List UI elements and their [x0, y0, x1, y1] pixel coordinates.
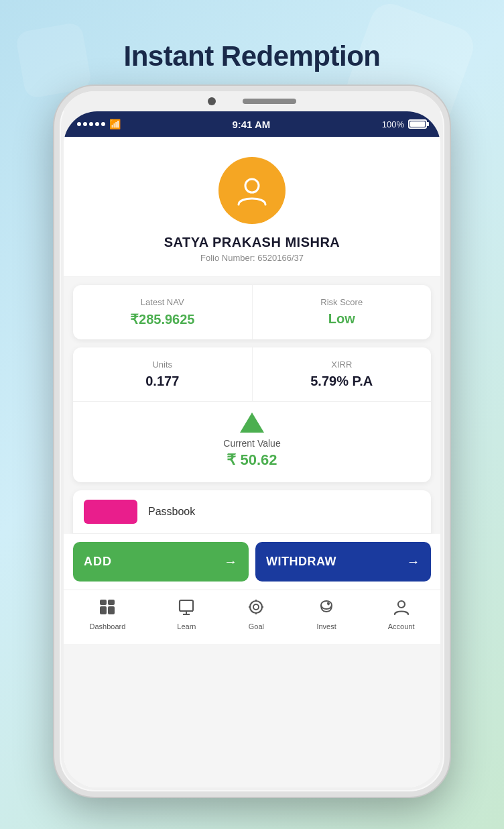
status-bar: 📶 9:41 AM 100% [64, 111, 440, 137]
add-arrow-icon: → [224, 554, 238, 569]
xirr-cell: XIRR 5.79% P.A [253, 347, 432, 401]
units-xirr-row: Units 0.177 XIRR 5.79% P.A [73, 347, 431, 402]
units-xirr-card: Units 0.177 XIRR 5.79% P.A Current Value… [73, 347, 431, 482]
withdraw-button[interactable]: WITHDRAW → [255, 542, 431, 582]
account-label: Account [388, 622, 415, 630]
risk-score-value: Low [328, 311, 355, 327]
action-buttons: ADD → WITHDRAW → [64, 534, 440, 590]
units-label: Units [152, 360, 172, 370]
nav-item-goal[interactable]: Goal [239, 596, 273, 633]
nav-item-learn[interactable]: Learn [169, 596, 204, 633]
svg-rect-5 [180, 600, 193, 611]
learn-icon [178, 598, 195, 620]
volume-down-button [54, 272, 57, 306]
svg-rect-2 [108, 600, 115, 605]
volume-up-button [54, 225, 57, 259]
current-value-label: Current Value [223, 438, 280, 449]
dashboard-icon [99, 598, 116, 620]
status-right: 100% [382, 119, 427, 129]
passbook-badge [84, 500, 137, 524]
profile-name: SATYA PRAKASH MISHRA [164, 235, 340, 250]
dashboard-label: Dashboard [89, 622, 125, 630]
units-cell: Units 0.177 [73, 347, 253, 401]
page-title: Instant Redemption [123, 40, 380, 72]
user-icon [235, 174, 269, 207]
latest-nav-label: Latest NAV [141, 297, 184, 307]
trend-up-icon [240, 412, 264, 433]
invest-label: Invest [316, 622, 336, 630]
goal-label: Goal [249, 622, 264, 630]
risk-score-label: Risk Score [320, 297, 363, 307]
avatar [218, 157, 286, 224]
withdraw-arrow-icon: → [407, 554, 421, 569]
current-value-section: Current Value ₹ 50.62 [73, 402, 431, 482]
status-left: 📶 [77, 119, 121, 129]
risk-score-cell: Risk Score Low [253, 285, 432, 339]
speaker-icon [243, 99, 296, 104]
battery-icon [408, 119, 427, 129]
camera-icon [208, 97, 216, 105]
passbook-row[interactable]: Passbook [73, 490, 431, 534]
nav-risk-card: Latest NAV ₹285.9625 Risk Score Low [73, 285, 431, 339]
svg-point-15 [321, 601, 332, 609]
status-time: 9:41 AM [232, 119, 270, 130]
screen-content: SATYA PRAKASH MISHRA Folio Number: 65201… [64, 137, 440, 787]
phone-screen: 📶 9:41 AM 100% SATYA PRAKASH MI [64, 111, 440, 787]
goal-icon [247, 598, 265, 620]
svg-point-17 [398, 601, 405, 608]
latest-nav-cell: Latest NAV ₹285.9625 [73, 285, 253, 339]
phone-top [60, 91, 444, 111]
passbook-label: Passbook [148, 506, 195, 518]
svg-point-9 [250, 601, 262, 613]
xirr-value: 5.79% P.A [310, 374, 373, 389]
current-value-amount: ₹ 50.62 [227, 451, 277, 469]
svg-point-10 [253, 604, 259, 610]
svg-rect-3 [100, 606, 107, 614]
learn-label: Learn [177, 622, 196, 630]
svg-point-0 [245, 179, 259, 192]
nav-risk-row: Latest NAV ₹285.9625 Risk Score Low [73, 285, 431, 339]
wifi-icon: 📶 [109, 119, 121, 129]
power-button [447, 245, 450, 299]
bottom-nav: Dashboard Learn [64, 590, 440, 644]
folio-number: Folio Number: 6520166/37 [200, 253, 304, 263]
nav-item-dashboard[interactable]: Dashboard [81, 596, 133, 633]
signal-bars [77, 122, 105, 126]
units-value: 0.177 [145, 374, 179, 389]
svg-rect-1 [100, 600, 107, 605]
battery-level: 100% [382, 119, 404, 129]
latest-nav-value: ₹285.9625 [130, 311, 194, 327]
invest-icon [318, 598, 335, 620]
nav-item-account[interactable]: Account [380, 596, 423, 633]
add-button[interactable]: ADD → [73, 542, 249, 582]
nav-item-invest[interactable]: Invest [308, 596, 344, 633]
xirr-label: XIRR [331, 360, 352, 370]
profile-section: SATYA PRAKASH MISHRA Folio Number: 65201… [64, 137, 440, 277]
phone-frame: 📶 9:41 AM 100% SATYA PRAKASH MI [54, 86, 450, 797]
account-icon [393, 598, 410, 620]
passbook-section: Passbook [73, 490, 431, 534]
svg-rect-4 [108, 606, 115, 614]
